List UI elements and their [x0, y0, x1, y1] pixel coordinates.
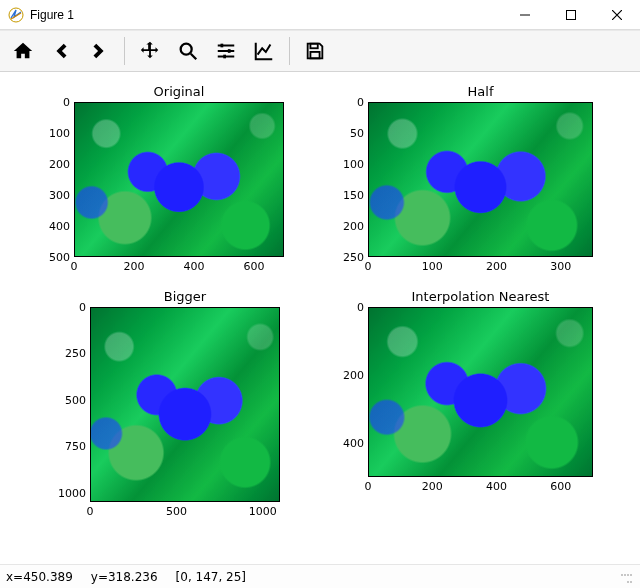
xtick-label: 300 — [550, 257, 571, 273]
ytick-label: 500 — [65, 393, 90, 406]
save-button[interactable] — [296, 32, 334, 70]
status-bar: x=450.389 y=318.236 [0, 147, 25] — [0, 564, 640, 588]
xtick-label: 200 — [422, 477, 443, 493]
ytick-label: 0 — [79, 301, 90, 314]
xtick-label: 400 — [486, 477, 507, 493]
xtick-label: 500 — [166, 502, 187, 518]
size-grip[interactable] — [618, 569, 634, 585]
configure-subplots-button[interactable] — [207, 32, 245, 70]
xtick-label: 1000 — [249, 502, 277, 518]
ytick-label: 150 — [343, 189, 368, 202]
subplot-title: Interpolation Nearest — [368, 289, 593, 304]
xtick-label: 0 — [365, 477, 372, 493]
back-button[interactable] — [42, 32, 80, 70]
minimize-button[interactable] — [502, 0, 548, 30]
ytick-label: 250 — [65, 347, 90, 360]
ytick-label: 200 — [343, 220, 368, 233]
subplot-title: Half — [368, 84, 593, 99]
subplot-3: Interpolation Nearest02004000200400600 — [368, 307, 593, 477]
ytick-label: 200 — [49, 158, 74, 171]
subplot-2: Bigger0250500750100005001000 — [90, 307, 280, 502]
ytick-label: 0 — [357, 96, 368, 109]
zoom-button[interactable] — [169, 32, 207, 70]
xtick-label: 200 — [124, 257, 145, 273]
subplot-1: Half0501001502002500100200300 — [368, 102, 593, 257]
svg-rect-6 — [310, 44, 317, 49]
forward-button[interactable] — [80, 32, 118, 70]
ytick-label: 0 — [63, 96, 74, 109]
maximize-icon — [566, 10, 576, 20]
window-title: Figure 1 — [30, 8, 74, 22]
sliders-icon — [215, 40, 237, 62]
cursor-pixel-value: [0, 147, 25] — [176, 570, 246, 584]
ytick-label: 200 — [343, 369, 368, 382]
svg-rect-3 — [221, 44, 224, 48]
xtick-label: 100 — [422, 257, 443, 273]
ytick-label: 400 — [49, 220, 74, 233]
plot-image — [368, 307, 593, 477]
subplot-0: Original01002003004005000200400600 — [74, 102, 284, 257]
maximize-button[interactable] — [548, 0, 594, 30]
edit-plot-button[interactable] — [245, 32, 283, 70]
plot-image — [368, 102, 593, 257]
ytick-label: 1000 — [58, 486, 90, 499]
figure-canvas[interactable]: Original01002003004005000200400600Half05… — [0, 72, 640, 564]
ytick-label: 750 — [65, 440, 90, 453]
xtick-label: 400 — [183, 257, 204, 273]
ytick-label: 300 — [49, 189, 74, 202]
xtick-label: 0 — [71, 257, 78, 273]
arrow-right-icon — [88, 40, 110, 62]
xtick-label: 0 — [87, 502, 94, 518]
svg-rect-5 — [223, 55, 226, 59]
minimize-icon — [520, 10, 530, 20]
title-bar: Figure 1 — [0, 0, 640, 30]
subplot-title: Bigger — [90, 289, 280, 304]
home-button[interactable] — [4, 32, 42, 70]
toolbar — [0, 30, 640, 72]
svg-rect-1 — [567, 10, 576, 19]
xtick-label: 200 — [486, 257, 507, 273]
plot-image — [74, 102, 284, 257]
ytick-label: 400 — [343, 437, 368, 450]
toolbar-separator — [124, 37, 125, 65]
xtick-label: 600 — [243, 257, 264, 273]
ytick-label: 100 — [343, 158, 368, 171]
ytick-label: 50 — [350, 127, 368, 140]
save-icon — [304, 40, 326, 62]
arrow-left-icon — [50, 40, 72, 62]
cursor-y: y=318.236 — [91, 570, 158, 584]
cursor-x: x=450.389 — [6, 570, 73, 584]
chart-line-icon — [253, 40, 275, 62]
svg-rect-7 — [310, 52, 319, 58]
pan-button[interactable] — [131, 32, 169, 70]
move-icon — [139, 40, 161, 62]
toolbar-separator — [289, 37, 290, 65]
ytick-label: 100 — [49, 127, 74, 140]
svg-point-2 — [181, 44, 192, 55]
home-icon — [12, 40, 34, 62]
app-icon — [8, 7, 24, 23]
close-icon — [612, 10, 622, 20]
ytick-label: 0 — [357, 301, 368, 314]
svg-rect-4 — [228, 49, 231, 53]
search-icon — [177, 40, 199, 62]
subplot-title: Original — [74, 84, 284, 99]
xtick-label: 0 — [365, 257, 372, 273]
xtick-label: 600 — [550, 477, 571, 493]
close-button[interactable] — [594, 0, 640, 30]
plot-image — [90, 307, 280, 502]
